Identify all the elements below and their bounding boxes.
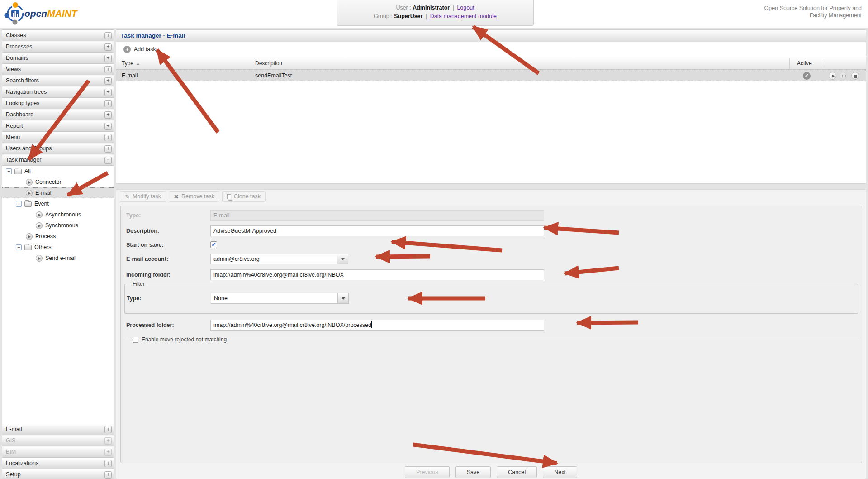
processed-folder-label: Processed folder: (126, 319, 208, 331)
expand-plus-icon[interactable]: + (104, 460, 112, 467)
description-input[interactable] (210, 225, 544, 236)
tree-node-others[interactable]: − Others (2, 242, 114, 253)
logo-text: openMAINT (24, 8, 77, 19)
sidebar-item-setup[interactable]: Setup + (2, 469, 114, 479)
tree-node-email[interactable]: E-mail (2, 187, 114, 198)
sidebar-item-task-manager[interactable]: Task manager − (2, 154, 114, 166)
expand-plus-icon[interactable]: + (104, 134, 112, 141)
expand-plus-icon[interactable]: + (104, 43, 112, 51)
clone-page-icon (227, 194, 231, 199)
expand-plus-icon[interactable]: + (104, 32, 112, 39)
sidebar-accordion: Classes + Processes + Domains + Views + … (2, 29, 114, 479)
task-row-type: E-mail (122, 70, 138, 81)
enable-move-checkbox[interactable] (133, 337, 138, 343)
expand-plus-icon[interactable]: + (104, 77, 112, 85)
email-task-form: Type: E-mail Description: Start on save:… (120, 206, 862, 463)
form-buttons: Previous Save Cancel Next (116, 466, 866, 478)
previous-button: Previous (405, 466, 450, 478)
stop-task-icon[interactable] (851, 72, 859, 80)
sidebar-item-bim: BIM + (2, 446, 114, 458)
app-header: openMAINT User : Administrator | Logout … (0, 0, 868, 28)
sidebar-item-processes[interactable]: Processes + (2, 41, 114, 53)
add-task-button[interactable]: + Add task (120, 45, 160, 54)
expand-plus-icon[interactable]: + (104, 111, 112, 119)
sidebar-item-views[interactable]: Views + (2, 64, 114, 75)
filter-fieldset: Filter Type: None (124, 284, 858, 314)
column-header-description[interactable]: Description (255, 57, 282, 70)
openmaint-logo: openMAINT (4, 2, 77, 25)
grid-top-toolbar: + Add task (116, 42, 866, 57)
clone-task-button[interactable]: Clone task (222, 191, 266, 202)
chevron-down-icon[interactable] (337, 254, 348, 264)
data-management-module-link[interactable]: Data management module (430, 13, 497, 19)
expand-plus-icon[interactable]: + (104, 145, 112, 153)
type-field: E-mail (210, 210, 544, 221)
collapse-minus-icon[interactable]: − (16, 201, 22, 207)
tree-node-connector[interactable]: Connector (2, 177, 114, 187)
logout-link[interactable]: Logout (457, 5, 474, 11)
tree-node-event[interactable]: − Event (2, 198, 114, 209)
expand-plus-icon[interactable]: + (104, 471, 112, 479)
sidebar-item-email[interactable]: E-mail + (2, 424, 114, 435)
tree-node-process[interactable]: Process (2, 231, 114, 242)
column-header-active[interactable]: Active (797, 57, 812, 70)
group-name: SuperUser (394, 13, 422, 19)
tree-node-send-email[interactable]: Send e-mail (2, 253, 114, 263)
enable-move-fieldset: Enable move rejected not matching (124, 340, 858, 340)
filter-type-label: Type: (127, 292, 208, 304)
sidebar-item-menu[interactable]: Menu + (2, 132, 114, 143)
email-account-select[interactable]: admin@cr8ive.org (210, 254, 348, 264)
tree-node-all[interactable]: − All (2, 166, 114, 177)
sidebar-item-classes[interactable]: Classes + (2, 30, 114, 41)
sidebar-item-domains[interactable]: Domains + (2, 53, 114, 64)
pause-task-icon (840, 72, 847, 80)
start-on-save-label: Start on save: (126, 241, 208, 249)
active-check-icon[interactable]: ✓ (803, 72, 811, 80)
collapse-minus-icon[interactable]: − (6, 168, 12, 174)
collapse-minus-icon[interactable]: − (104, 157, 112, 164)
processed-folder-input[interactable]: imap://admin%40cr8ive.org@mail.cr8ive.or… (210, 320, 544, 331)
cancel-button[interactable]: Cancel (497, 466, 537, 478)
filter-type-select[interactable]: None (211, 293, 349, 304)
collapse-minus-icon[interactable]: − (16, 244, 22, 250)
sidebar-item-navigation-trees[interactable]: Navigation trees + (2, 86, 114, 98)
expand-plus-icon[interactable]: + (104, 55, 112, 62)
expand-plus-icon[interactable]: + (104, 100, 112, 107)
sidebar-item-lookup-types[interactable]: Lookup types + (2, 98, 114, 109)
chevron-down-icon[interactable] (337, 293, 348, 303)
text-caret (371, 321, 372, 328)
panel-title-bar: Task manager - E-mail (116, 29, 866, 42)
modify-task-button[interactable]: ✎ Modify task (120, 191, 166, 202)
expand-plus-icon[interactable]: + (104, 426, 112, 433)
save-button[interactable]: Save (455, 466, 491, 478)
start-task-icon[interactable] (829, 72, 836, 80)
start-on-save-checkbox[interactable] (210, 241, 217, 248)
expand-plus-icon[interactable]: + (104, 66, 112, 73)
next-button[interactable]: Next (543, 466, 577, 478)
column-header-type[interactable]: Type (122, 57, 140, 70)
tree-node-asynchronous[interactable]: Asynchronous (2, 209, 114, 220)
task-row-description: sendEmailTest (255, 70, 292, 81)
grid-header: Type Description Active (116, 57, 866, 70)
task-type-icon (26, 190, 33, 196)
sidebar-item-search-filters[interactable]: Search filters + (2, 75, 114, 86)
sidebar-item-report[interactable]: Report + (2, 120, 114, 132)
incoming-folder-input[interactable] (210, 269, 544, 280)
task-type-icon (26, 233, 33, 240)
task-type-icon (36, 211, 43, 218)
sidebar-item-localizations[interactable]: Localizations + (2, 458, 114, 469)
expand-plus-icon[interactable]: + (104, 123, 112, 130)
sidebar-item-users-and-groups[interactable]: Users and Groups + (2, 143, 114, 154)
task-detail-panel: ✎ Modify task ✖ Remove task Clone task T… (116, 189, 866, 479)
task-row-sendemailtest[interactable]: E-mail sendEmailTest ✓ (116, 70, 866, 81)
user-info-box: User : Administrator | Logout Group : Su… (337, 0, 534, 26)
tree-node-synchronous[interactable]: Synchronous (2, 220, 114, 231)
tasks-grid: Type Description Active E-mail sendEmail… (116, 57, 866, 184)
folder-icon (14, 169, 22, 174)
openmaint-logo-icon (4, 2, 27, 25)
remove-task-button[interactable]: ✖ Remove task (169, 191, 219, 202)
folder-icon (24, 245, 32, 250)
expand-plus-icon: + (104, 449, 112, 456)
sidebar-item-dashboard[interactable]: Dashboard + (2, 109, 114, 120)
expand-plus-icon[interactable]: + (104, 89, 112, 96)
